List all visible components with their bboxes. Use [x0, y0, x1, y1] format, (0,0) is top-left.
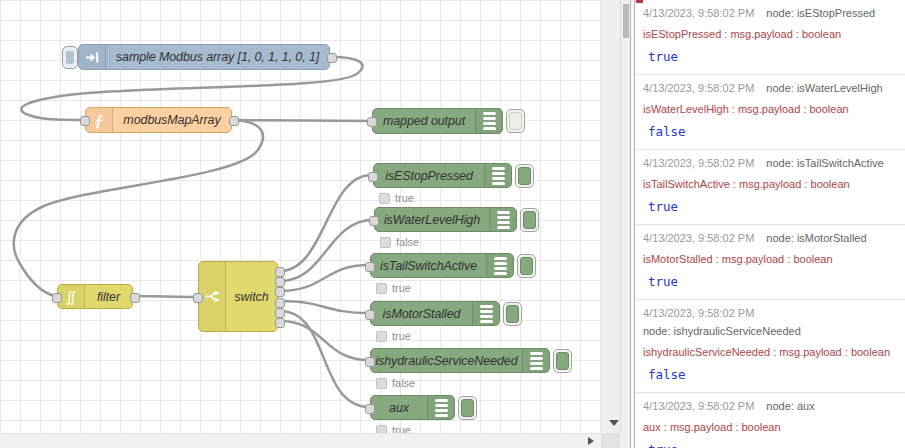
node-port[interactable]	[275, 267, 285, 277]
wire[interactable]	[280, 265, 369, 291]
debug-value[interactable]: true	[648, 274, 897, 289]
flow-node-inject-sample-modbus[interactable]: sample Modbus array [1, 0, 1, 1, 0, 1]	[78, 44, 330, 70]
debug-node-name: node: isEStopPressed	[766, 6, 875, 20]
debug-message-header: 4/13/2023, 9:58:02 PMnode: isTailSwitchA…	[643, 156, 897, 170]
debug-value[interactable]: true	[648, 442, 897, 448]
node-label: mapped output	[373, 109, 475, 133]
node-port[interactable]	[365, 262, 375, 272]
node-port[interactable]	[367, 117, 377, 127]
wire[interactable]	[280, 220, 373, 281]
debug-timestamp: 4/13/2023, 9:58:02 PM	[643, 306, 754, 320]
flow-node-ishydraulicServiceNeeded[interactable]: ishydraulicServiceNeededfalse	[370, 348, 550, 373]
node-status: true	[376, 282, 411, 294]
node-port[interactable]	[365, 404, 375, 414]
function-icon: ƒ	[86, 108, 113, 132]
wire[interactable]	[280, 311, 369, 407]
debug-timestamp: 4/13/2023, 9:58:02 PM	[643, 399, 754, 413]
debug-node-name: node: isWaterLevelHigh	[766, 81, 882, 95]
node-port[interactable]	[193, 293, 203, 303]
debug-property[interactable]: isWaterLevelHigh : msg.payload : boolean	[643, 103, 897, 116]
debug-property[interactable]: isTailSwitchActive : msg.payload : boole…	[643, 178, 897, 191]
debug-message: 4/13/2023, 9:58:02 PMnode: isEStopPresse…	[635, 0, 905, 75]
node-label: switch	[226, 262, 277, 331]
debug-timestamp: 4/13/2023, 9:58:02 PM	[643, 156, 754, 170]
node-port[interactable]	[275, 298, 285, 308]
canvas-right-gutter	[601, 0, 635, 448]
debug-toggle-button[interactable]	[520, 208, 539, 232]
debug-toggle-button[interactable]	[458, 396, 477, 420]
debug-timestamp: 4/13/2023, 9:58:02 PM	[643, 231, 754, 245]
inject-arrow-icon	[79, 45, 106, 69]
flow-node-isTailSwitchActive[interactable]: isTailSwitchActivetrue	[370, 253, 514, 278]
flow-node-isEStopPressed[interactable]: isEStopPressedtrue	[373, 163, 512, 188]
node-port[interactable]	[275, 318, 285, 328]
node-port[interactable]	[369, 216, 379, 226]
node-label: isEStopPressed	[374, 164, 484, 187]
node-port[interactable]	[229, 116, 239, 126]
node-port[interactable]	[365, 357, 375, 367]
debug-message-header: 4/13/2023, 9:58:02 PMnode: isMotorStalle…	[643, 231, 897, 245]
node-port[interactable]	[368, 172, 378, 182]
flow-node-aux[interactable]: auxtrue	[370, 395, 455, 420]
debug-value[interactable]: false	[648, 367, 897, 382]
debug-property[interactable]: ishydraulicServiceNeeded : msg.payload :…	[643, 346, 897, 359]
debug-message-header: 4/13/2023, 9:58:02 PMnode: isEStopPresse…	[643, 6, 897, 20]
debug-toggle-button[interactable]	[553, 349, 572, 373]
debug-value[interactable]: true	[648, 49, 897, 64]
debug-value[interactable]: false	[648, 124, 897, 139]
debug-node-name: node: aux	[766, 399, 814, 413]
wire[interactable]	[135, 296, 193, 297]
debug-property[interactable]: isEStopPressed : msg.payload : boolean	[643, 28, 897, 41]
debug-message: 4/13/2023, 9:58:02 PMnode: isWaterLevelH…	[635, 75, 905, 150]
debug-toggle-button[interactable]	[506, 109, 525, 133]
wire[interactable]	[233, 120, 371, 121]
horizontal-scrollbar[interactable]	[0, 433, 601, 448]
debug-list-icon	[472, 302, 499, 325]
node-label: isWaterLevelHigh	[375, 208, 489, 231]
node-port[interactable]	[275, 308, 285, 318]
debug-toggle-button[interactable]	[517, 254, 536, 278]
debug-message-header: 4/13/2023, 9:58:02 PMnode: ishydraulicSe…	[643, 306, 897, 338]
flow-node-modbusMapArray[interactable]: ƒmodbusMapArray	[85, 107, 232, 133]
debug-timestamp: 4/13/2023, 9:58:02 PM	[643, 6, 754, 20]
wire[interactable]	[280, 321, 369, 360]
status-square-icon	[376, 331, 387, 342]
node-port[interactable]	[327, 53, 337, 63]
scroll-down-icon[interactable]	[609, 420, 619, 426]
vertical-scrollbar-thumb[interactable]	[623, 4, 629, 38]
flow-node-isMotorStalled[interactable]: isMotorStalledtrue	[370, 301, 500, 326]
debug-toggle-button[interactable]	[503, 302, 522, 326]
flow-node-switch[interactable]: switch	[198, 261, 278, 332]
node-label: filter	[85, 285, 132, 308]
node-port[interactable]	[52, 293, 62, 303]
node-label: modbusMapArray	[113, 108, 231, 132]
debug-node-name: node: isTailSwitchActive	[766, 156, 883, 170]
debug-list-icon	[486, 254, 513, 277]
flow-node-isWaterLevelHigh[interactable]: isWaterLevelHighfalse	[374, 207, 517, 232]
status-square-icon	[380, 237, 391, 248]
debug-message: 4/13/2023, 9:58:02 PMnode: isTailSwitchA…	[635, 150, 905, 225]
status-square-icon	[376, 378, 387, 389]
debug-list-icon	[484, 164, 511, 187]
flow-canvas[interactable]: sample Modbus array [1, 0, 1, 1, 0, 1]ƒm…	[0, 0, 601, 433]
debug-property[interactable]: isMotorStalled : msg.payload : boolean	[643, 253, 897, 266]
scrollbar-track-divider	[620, 0, 621, 433]
node-status: false	[376, 377, 415, 389]
flow-node-mapped-output[interactable]: mapped output	[372, 108, 503, 134]
debug-property[interactable]: aux : msg.payload : boolean	[643, 421, 897, 434]
debug-toggle-button[interactable]	[515, 164, 534, 188]
node-port[interactable]	[365, 310, 375, 320]
node-port[interactable]	[275, 287, 285, 297]
scroll-right-icon[interactable]	[588, 437, 594, 445]
debug-value[interactable]: true	[648, 199, 897, 214]
wire[interactable]	[280, 175, 371, 271]
inject-button[interactable]	[62, 46, 78, 69]
status-square-icon	[379, 193, 390, 204]
node-port[interactable]	[275, 277, 285, 287]
node-status: false	[380, 236, 419, 248]
wire[interactable]	[280, 301, 369, 313]
node-port[interactable]	[130, 293, 140, 303]
node-port[interactable]	[80, 116, 90, 126]
flow-node-filter[interactable]: ∬filter	[57, 284, 133, 309]
debug-message: 4/13/2023, 9:58:02 PMnode: ishydraulicSe…	[635, 300, 905, 393]
